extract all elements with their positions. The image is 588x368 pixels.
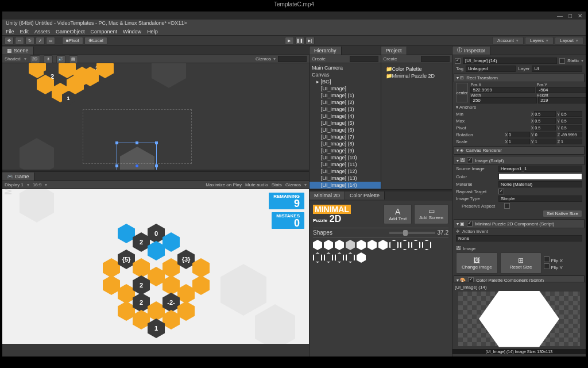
hierarchy-item[interactable]: [UI_Image] (6) — [310, 126, 381, 133]
hierarchy-item[interactable]: [UI_Image] (8) — [310, 140, 381, 147]
color-field[interactable] — [498, 173, 582, 180]
menu-assets[interactable]: Assets — [34, 29, 50, 34]
rot-z[interactable] — [560, 132, 582, 137]
posy-field[interactable] — [536, 87, 586, 93]
width-field[interactable] — [470, 97, 537, 103]
tab-color-palette[interactable]: Color Palette — [345, 191, 385, 200]
step-button[interactable]: ▶| — [305, 37, 315, 45]
play-button[interactable]: ▶ — [285, 37, 294, 45]
hex-shape[interactable] — [335, 252, 344, 263]
pivot-y[interactable] — [560, 125, 582, 131]
hex-shape[interactable] — [411, 240, 420, 250]
hierarchy-item[interactable]: [UI_Image] (5) — [310, 120, 381, 126]
hierarchy-item[interactable]: [UI_Image] (7) — [310, 133, 381, 140]
hierarchy-item[interactable]: [UI_Image] (14) — [310, 182, 381, 189]
anchor-miny[interactable] — [560, 111, 582, 117]
tab-scene[interactable]: ▦Scene — [2, 47, 34, 55]
material-field[interactable]: None (Material) — [498, 181, 582, 187]
scale-z[interactable] — [560, 139, 582, 144]
menu-window[interactable]: Window — [123, 29, 141, 34]
hierarchy-item[interactable]: [UI_Image] (1) — [310, 92, 381, 99]
light-icon[interactable]: ☀ — [44, 55, 53, 63]
hierarchy-item[interactable]: [UI_Image] (12) — [310, 168, 381, 175]
rect-tool[interactable]: ▭ — [46, 37, 55, 45]
add-screen-button[interactable]: ▭Add Screen — [414, 204, 448, 224]
raycast-checkbox[interactable] — [498, 189, 504, 194]
menu-file[interactable]: File — [6, 29, 14, 34]
folder-icon[interactable]: 📁 Minimal Puzzle 2D — [385, 72, 449, 79]
scale-tool[interactable]: ⤢ — [36, 37, 45, 45]
active-checkbox[interactable] — [455, 58, 461, 64]
rotate-tool[interactable]: ↻ — [25, 37, 34, 45]
gizmos-dropdown[interactable]: Gizmos — [256, 56, 271, 62]
hex-shape[interactable] — [335, 240, 344, 250]
mute-toggle[interactable]: Mute audio — [245, 182, 268, 187]
preserve-checkbox[interactable] — [504, 203, 510, 209]
move-tool[interactable]: ↔ — [15, 37, 24, 45]
menu-help[interactable]: Help — [147, 29, 158, 34]
audio-icon[interactable]: 🔊 — [56, 55, 65, 63]
height-field[interactable] — [538, 97, 586, 103]
set-native-size-button[interactable]: Set Native Size — [543, 210, 582, 217]
hierarchy-item[interactable]: [UI_Image] (13) — [310, 175, 381, 182]
layer-dropdown[interactable]: UI — [532, 66, 582, 72]
min2d-component-header[interactable]: ▾ ▣ Minimal Puzzle 2D Component (Script) — [454, 219, 585, 228]
anchor-maxy[interactable] — [560, 118, 582, 124]
rot-x[interactable] — [508, 132, 530, 137]
hierarchy-item[interactable]: [UI_Image] (10) — [310, 154, 381, 161]
scale-y[interactable] — [535, 139, 556, 144]
hierarchy-item[interactable]: ▸ [UI_Text] Menu — [310, 189, 381, 189]
menu-gameobject[interactable]: GameObject — [56, 29, 85, 34]
hex-shape[interactable] — [378, 240, 388, 250]
tab-project[interactable]: Project — [381, 47, 407, 55]
close-button[interactable]: ✕ — [578, 13, 582, 19]
gizmos-toggle[interactable]: Gizmos — [285, 182, 301, 187]
stats-toggle[interactable]: Stats — [272, 182, 282, 187]
hierarchy-item[interactable]: [UI_Image] (4) — [310, 113, 381, 120]
anchor-maxx[interactable] — [534, 118, 556, 124]
hierarchy-item[interactable]: [UI_Image] (2) — [310, 99, 381, 106]
tab-hierarchy[interactable]: Hierarchy — [310, 47, 342, 55]
2d-toggle[interactable]: 2D — [30, 55, 40, 63]
scene-search[interactable] — [278, 56, 307, 62]
scene-view[interactable]: 2 -2- 1 — [2, 63, 309, 170]
layers-dropdown[interactable]: Layers — [525, 37, 554, 45]
hex-shape[interactable] — [400, 240, 409, 250]
hierarchy-item[interactable]: Main Camera — [310, 64, 381, 71]
hex-shape[interactable] — [346, 252, 355, 263]
hex-shape[interactable] — [422, 240, 431, 250]
folder-icon[interactable]: 📁 Color Palette — [385, 66, 449, 72]
project-search[interactable] — [421, 56, 450, 62]
hierarchy-tree[interactable]: Main CameraCanvas▸ [BG][UI_Image][UI_Ima… — [310, 63, 381, 189]
project-create[interactable]: Create — [384, 56, 397, 62]
tab-inspector[interactable]: ⓘInspector — [452, 47, 490, 55]
anchor-minx[interactable] — [534, 111, 556, 117]
rect-transform-header[interactable]: ▾ ⊞ Rect Transform — [454, 74, 585, 82]
hierarchy-search[interactable] — [350, 56, 378, 62]
object-name-field[interactable] — [463, 57, 557, 64]
posx-field[interactable] — [470, 87, 535, 93]
menu-component[interactable]: Component — [91, 29, 118, 34]
hierarchy-item[interactable]: ▸ [BG] — [310, 78, 381, 85]
layout-dropdown[interactable]: Layout — [555, 37, 583, 45]
hand-tool[interactable]: ✥ — [5, 37, 14, 45]
static-checkbox[interactable] — [559, 58, 565, 64]
image-component-header[interactable]: ▾ 🖼 Image (Script) — [454, 156, 585, 165]
anchor-preset[interactable]: center — [456, 83, 468, 102]
rot-y[interactable] — [535, 132, 556, 137]
hierarchy-item[interactable]: [UI_Image] (9) — [310, 147, 381, 154]
canvas-renderer-header[interactable]: ▾ ◈ Canvas Renderer — [454, 146, 585, 155]
change-image-button[interactable]: 🖼Change Image — [456, 252, 498, 274]
hierarchy-item[interactable]: Canvas — [310, 71, 381, 78]
menu-edit[interactable]: Edit — [20, 29, 29, 34]
hierarchy-item[interactable]: [UI_Image] (3) — [310, 106, 381, 113]
pivot-toggle[interactable]: ■ Pivot — [62, 37, 83, 45]
minimize-button[interactable]: — — [557, 13, 563, 19]
fx-icon[interactable]: ▤ — [69, 55, 78, 63]
size-slider[interactable] — [389, 232, 435, 234]
flipy-checkbox[interactable] — [544, 263, 550, 269]
reset-size-button[interactable]: ⊞Reset Size — [500, 252, 542, 274]
add-text-button[interactable]: AAdd Text — [384, 204, 412, 224]
scale-x[interactable] — [508, 139, 530, 144]
hierarchy-item[interactable]: [UI_Image] (11) — [310, 161, 381, 168]
